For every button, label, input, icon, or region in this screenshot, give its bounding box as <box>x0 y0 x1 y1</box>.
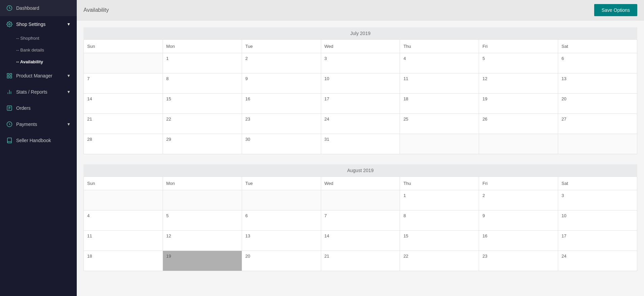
calendar-cell[interactable]: 11 <box>400 73 479 94</box>
calendar-cell[interactable]: 14 <box>321 231 400 251</box>
main-content: Availability Save Options July 2019SunMo… <box>77 0 644 296</box>
sidebar-item-product-manager[interactable]: Product Manager ▼ <box>0 68 77 84</box>
calendar-area: July 2019SunMonTueWedThuFriSat1234567891… <box>77 21 644 296</box>
calendar-cell[interactable]: 18 <box>400 94 479 114</box>
calendar-cell[interactable]: 12 <box>479 73 558 94</box>
svg-rect-5 <box>7 76 9 78</box>
month-label: August 2019 <box>83 164 637 176</box>
month-label: July 2019 <box>83 27 637 39</box>
calendar-cell[interactable]: 19 <box>479 94 558 114</box>
calendar-day-header: Mon <box>163 40 242 53</box>
calendar-cell[interactable]: 6 <box>242 210 321 231</box>
calendar-cell[interactable]: 22 <box>163 114 242 134</box>
calendar-cell[interactable]: 2 <box>479 190 558 210</box>
sidebar-item-label: Shop Settings <box>16 22 63 27</box>
calendar-cell[interactable]: 20 <box>242 251 321 271</box>
calendar-cell[interactable]: 24 <box>321 114 400 134</box>
calendar-cell[interactable]: 8 <box>163 73 242 94</box>
calendar-cell[interactable]: 7 <box>84 73 163 94</box>
calendar-cell[interactable]: 22 <box>400 251 479 271</box>
sidebar-item-orders[interactable]: Orders <box>0 100 77 116</box>
calendar-cell[interactable]: 7 <box>321 210 400 231</box>
calendar-cell[interactable]: 5 <box>479 53 558 73</box>
save-options-button[interactable]: Save Options <box>594 4 637 16</box>
sidebar-sub-availability[interactable]: -- Availability <box>0 56 77 68</box>
sidebar-item-label: Dashboard <box>16 5 71 11</box>
calendar-cell[interactable]: 4 <box>84 210 163 231</box>
calendar-cell[interactable]: 11 <box>84 231 163 251</box>
calendar-cell[interactable]: 16 <box>479 231 558 251</box>
calendar-cell[interactable]: 21 <box>321 251 400 271</box>
calendar-cell[interactable]: 4 <box>400 53 479 73</box>
svg-rect-3 <box>10 73 12 75</box>
calendar-cell[interactable]: 9 <box>479 210 558 231</box>
sidebar-item-stats-reports[interactable]: Stats / Reports ▼ <box>0 84 77 100</box>
calendar-cell[interactable]: 12 <box>163 231 242 251</box>
calendar-cell[interactable]: 19 <box>163 251 242 271</box>
calendar-cell[interactable]: 9 <box>242 73 321 94</box>
sidebar-sub-bankdetails[interactable]: -- Bank details <box>0 44 77 56</box>
calendar-cell[interactable]: 28 <box>84 134 163 154</box>
calendar-cell[interactable] <box>321 190 400 210</box>
sidebar-item-label: Seller Handbook <box>16 138 71 143</box>
calendar-cell[interactable] <box>558 134 637 154</box>
calendar-cell[interactable]: 3 <box>321 53 400 73</box>
calendar-cell[interactable]: 17 <box>321 94 400 114</box>
calendar-cell[interactable]: 25 <box>400 114 479 134</box>
handbook-icon <box>6 137 13 144</box>
calendar-cell[interactable]: 26 <box>479 114 558 134</box>
calendar-cell[interactable]: 13 <box>242 231 321 251</box>
calendar-cell[interactable] <box>242 190 321 210</box>
sidebar-item-seller-handbook[interactable]: Seller Handbook <box>0 132 77 149</box>
calendar-cell[interactable]: 1 <box>400 190 479 210</box>
calendar-day-header: Tue <box>242 177 321 190</box>
calendar-cell[interactable]: 16 <box>242 94 321 114</box>
calendar-cell[interactable] <box>479 134 558 154</box>
calendar-cell[interactable]: 20 <box>558 94 637 114</box>
calendar-cell[interactable]: 30 <box>242 134 321 154</box>
calendar-cell[interactable] <box>84 53 163 73</box>
calendar-cell[interactable]: 21 <box>84 114 163 134</box>
calendar-cell[interactable]: 14 <box>84 94 163 114</box>
calendar-cell[interactable]: 23 <box>242 114 321 134</box>
calendar-cell[interactable]: 3 <box>558 190 637 210</box>
calendar-cell[interactable]: 10 <box>321 73 400 94</box>
chevron-down-icon: ▼ <box>67 73 71 78</box>
calendar-cell[interactable]: 18 <box>84 251 163 271</box>
page-title: Availability <box>83 7 109 13</box>
calendar-day-header: Wed <box>321 40 400 53</box>
sidebar-item-label: Stats / Reports <box>16 89 63 95</box>
calendar-cell[interactable]: 5 <box>163 210 242 231</box>
sidebar: Dashboard Shop Settings ▼ -- Shopfront -… <box>0 0 77 296</box>
calendar-month: August 2019SunMonTueWedThuFriSat12345678… <box>83 164 637 271</box>
sidebar-item-shop-settings[interactable]: Shop Settings ▼ <box>0 16 77 32</box>
calendar-cell[interactable]: 2 <box>242 53 321 73</box>
calendar-cell[interactable]: 27 <box>558 114 637 134</box>
calendar-cell[interactable]: 1 <box>163 53 242 73</box>
calendar-cell[interactable]: 31 <box>321 134 400 154</box>
calendar-day-header: Tue <box>242 40 321 53</box>
calendar-cell[interactable]: 13 <box>558 73 637 94</box>
calendar-day-header: Sun <box>84 177 163 190</box>
calendar-cell[interactable]: 15 <box>163 94 242 114</box>
calendar-day-header: Fri <box>479 177 558 190</box>
page-header: Availability Save Options <box>77 0 644 21</box>
chevron-down-icon: ▼ <box>67 22 71 27</box>
calendar-day-header: Mon <box>163 177 242 190</box>
calendar-cell[interactable]: 17 <box>558 231 637 251</box>
calendar-cell[interactable] <box>163 190 242 210</box>
sidebar-sub-shopfront[interactable]: -- Shopfront <box>0 32 77 44</box>
calendar-cell[interactable]: 29 <box>163 134 242 154</box>
sidebar-item-payments[interactable]: Payments ▼ <box>0 116 77 132</box>
calendar-day-header: Wed <box>321 177 400 190</box>
calendar-cell[interactable]: 23 <box>479 251 558 271</box>
calendar-cell[interactable] <box>400 134 479 154</box>
calendar-cell[interactable]: 10 <box>558 210 637 231</box>
calendar-cell[interactable] <box>84 190 163 210</box>
sidebar-item-dashboard[interactable]: Dashboard <box>0 0 77 16</box>
calendar-cell[interactable]: 8 <box>400 210 479 231</box>
calendar-cell[interactable]: 15 <box>400 231 479 251</box>
svg-rect-4 <box>10 76 12 78</box>
calendar-cell[interactable]: 6 <box>558 53 637 73</box>
calendar-cell[interactable]: 24 <box>558 251 637 271</box>
